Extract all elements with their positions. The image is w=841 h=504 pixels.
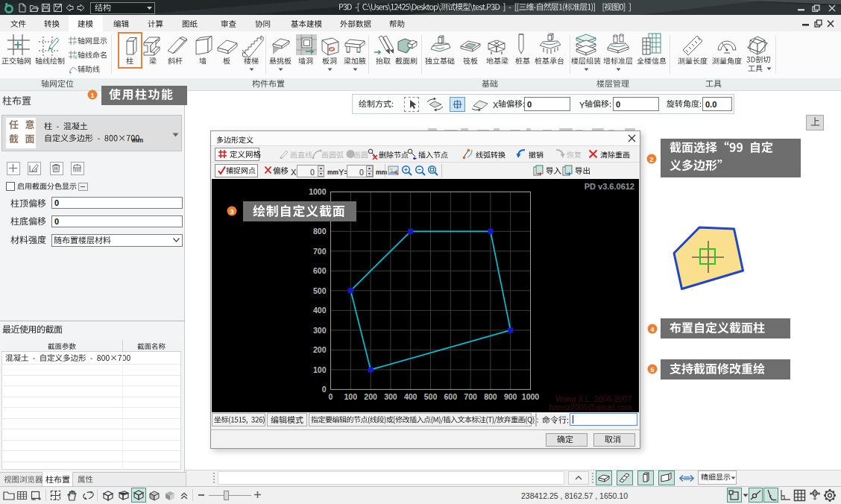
svg-text:800: 800 <box>484 392 497 401</box>
svg-text:0: 0 <box>329 392 333 401</box>
svg-text:900: 900 <box>504 392 517 401</box>
svg-text:600: 600 <box>313 266 327 275</box>
svg-text:5: 5 <box>650 366 654 374</box>
svg-text:500: 500 <box>313 286 327 295</box>
svg-text:800: 800 <box>313 227 327 236</box>
svg-text:200: 200 <box>313 345 327 354</box>
svg-text:100: 100 <box>313 365 327 374</box>
svg-text:PD v3.6.0612: PD v3.6.0612 <box>585 182 634 191</box>
svg-text:600: 600 <box>444 392 458 401</box>
svg-text:400: 400 <box>313 306 327 315</box>
svg-text:400: 400 <box>404 392 418 401</box>
svg-text:4: 4 <box>650 326 654 333</box>
svg-text:700: 700 <box>464 392 477 401</box>
svg-text:500: 500 <box>424 392 438 401</box>
svg-text:700: 700 <box>313 247 327 256</box>
svg-text:1000: 1000 <box>309 187 327 196</box>
svg-text:P: P <box>73 40 77 45</box>
svg-text:100: 100 <box>344 392 358 401</box>
svg-text:1000: 1000 <box>522 392 540 401</box>
svg-text:N: N <box>73 54 77 60</box>
svg-text:200: 200 <box>364 392 377 401</box>
svg-text:0: 0 <box>322 385 327 394</box>
svg-text:3: 3 <box>230 208 233 215</box>
svg-text:hanoz2000@gmail.com: hanoz2000@gmail.com <box>549 403 632 412</box>
svg-text:300: 300 <box>384 392 397 401</box>
svg-text:1: 1 <box>90 92 94 99</box>
svg-text:300: 300 <box>313 326 327 335</box>
svg-text:2: 2 <box>649 156 653 163</box>
